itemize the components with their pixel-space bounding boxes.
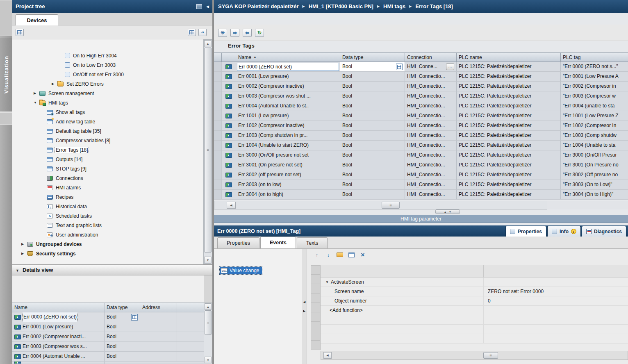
- expand-arrow-icon[interactable]: [34, 91, 37, 95]
- tree-item-error-tags[interactable]: Error Tags [18]: [12, 145, 203, 155]
- row-handle[interactable]: [214, 150, 222, 160]
- tag-connection[interactable]: HMI_Connectio...: [405, 101, 457, 111]
- header-plcname[interactable]: PLC name: [457, 53, 561, 61]
- tag-plcname[interactable]: PLC 1215C: Paletizér/depaletizer: [457, 72, 561, 81]
- scroll-left-icon[interactable]: [323, 352, 332, 359]
- tag-name[interactable]: Err 1004 (Unable to start ZERO): [236, 141, 340, 150]
- tag-row[interactable]: Err 3001 (On presure not set)BoolHMI_Con…: [214, 160, 628, 170]
- scroll-left-icon[interactable]: [227, 202, 236, 209]
- tag-plctag[interactable]: "Err 0001 (Low Presure A: [561, 72, 628, 81]
- tag-row[interactable]: Err 3003 (on to low)BoolHMI_Connectio...…: [214, 180, 628, 190]
- tag-plcname[interactable]: PLC 1215C: Paletizér/depaletizer: [457, 91, 561, 101]
- tree-item-scheduled-tasks[interactable]: Scheduled tasks: [12, 211, 203, 221]
- tag-row[interactable]: Err 0003 (Compresor wos shut ...BoolHMI_…: [214, 91, 628, 101]
- tag-plcname[interactable]: PLC 1215C: Paletizér/depaletizer: [457, 131, 561, 140]
- row-handle[interactable]: [214, 72, 222, 81]
- tag-plctag[interactable]: "Err 3001 (On Presure no: [561, 160, 628, 170]
- event-list-splitter[interactable]: [302, 249, 307, 364]
- header-datatype[interactable]: Data type: [340, 53, 405, 61]
- import-tags-icon[interactable]: ⬅: [243, 29, 252, 37]
- tag-plctag[interactable]: "Err 3002 (Off presure no: [561, 170, 628, 180]
- tree-item-screen-on-to-high[interactable]: On to High Err 3004: [12, 51, 203, 60]
- tag-plcname[interactable]: PLC 1215C: Paletizér/depaletizer: [457, 150, 561, 160]
- tag-name[interactable]: Err 0004 (Automat Unable to st..: [236, 101, 340, 111]
- row-handle[interactable]: [214, 131, 222, 140]
- tag-datatype[interactable]: Bool: [340, 91, 405, 101]
- move-down-icon[interactable]: [324, 251, 332, 259]
- tag-plctag[interactable]: "Err 3003 (On to Low)": [561, 180, 628, 189]
- synchronize-icon[interactable]: ↻: [255, 29, 264, 37]
- tag-plcname[interactable]: PLC 1215C: Paletizér/depaletizer: [457, 141, 561, 150]
- tree-item-add-new-tag-table[interactable]: Add new tag table: [12, 117, 203, 126]
- row-handle[interactable]: [214, 111, 222, 121]
- tag-connection[interactable]: HMI_Connectio...: [405, 190, 457, 199]
- tag-connection[interactable]: HMI_Connectio...: [405, 91, 457, 101]
- tag-plctag[interactable]: "Err 0004 (unable to sta: [561, 101, 628, 111]
- tree-item-hmi-alarms[interactable]: HMI alarms: [12, 183, 203, 192]
- tag-datatype[interactable]: Bool: [340, 150, 405, 160]
- tag-table-hscrollbar[interactable]: [214, 201, 547, 209]
- tag-plctag[interactable]: "Err 1004 (Unable to sta: [561, 141, 628, 150]
- tag-row[interactable]: Err 1002 (Compresor Inactive)BoolHMI_Con…: [214, 121, 628, 131]
- tag-plctag[interactable]: "Err 1001 (Low Presure Z: [561, 111, 628, 121]
- row-handle[interactable]: [214, 141, 222, 150]
- hscrollbar-thumb[interactable]: [382, 202, 400, 209]
- tag-datatype[interactable]: Bool: [340, 121, 405, 130]
- tag-datatype[interactable]: Bool: [340, 131, 405, 140]
- row-handle[interactable]: [214, 170, 222, 180]
- header-plctag[interactable]: PLC tag: [561, 53, 628, 61]
- collapse-arrow-icon[interactable]: [34, 101, 37, 105]
- tag-connection[interactable]: HMI_Connectio...: [405, 72, 457, 81]
- details-row[interactable]: Err 0001 (Low presure) Bool: [12, 322, 204, 332]
- details-col-datatype[interactable]: Data type: [105, 303, 140, 312]
- subtab-properties[interactable]: Properties: [217, 237, 259, 248]
- tag-connection[interactable]: HMI_Connectio...: [405, 111, 457, 121]
- hmi-tag-parameter-bar[interactable]: HMI tag parameter: [214, 215, 628, 223]
- details-row[interactable]: Err 0000 (ZERO not set) Bool: [12, 312, 204, 322]
- row-handle[interactable]: [214, 91, 222, 101]
- tree-item-screen-on-to-low[interactable]: On to Low Err 3003: [12, 60, 203, 70]
- splitter-right-icon[interactable]: [303, 309, 305, 313]
- tag-name[interactable]: Err 0003 (Compresor wos shut ...: [236, 91, 340, 101]
- delete-function-icon[interactable]: [359, 251, 367, 259]
- tag-datatype[interactable]: Bool: [340, 170, 405, 180]
- tag-plctag[interactable]: "Err 3000 (On/Off Presur: [561, 150, 628, 160]
- tree-item-default-tag-table[interactable]: Default tag table [35]: [12, 126, 203, 136]
- details-scrollbar[interactable]: [204, 303, 212, 364]
- tag-datatype[interactable]: Bool: [340, 82, 405, 91]
- tab-properties-right[interactable]: Properties: [505, 226, 546, 237]
- tag-name[interactable]: Err 3001 (On presure not set): [236, 160, 340, 170]
- task-card-top[interactable]: [0, 0, 12, 36]
- tag-plcname[interactable]: PLC 1215C: Paletizér/depaletizer: [457, 82, 561, 91]
- details-view-header[interactable]: Details view: [12, 264, 212, 275]
- tree-scrollbar-thumb[interactable]: [204, 48, 212, 253]
- float-panel-icon[interactable]: [196, 4, 202, 9]
- row-handle[interactable]: [214, 190, 222, 199]
- function-row[interactable]: ActivateScreen: [321, 278, 628, 287]
- tag-connection[interactable]: HMI_Connectio...: [405, 160, 457, 170]
- tag-datatype[interactable]: Bool: [340, 160, 405, 170]
- row-handle[interactable]: [214, 82, 222, 91]
- tag-name[interactable]: Err 1002 (Compresor Inactive): [236, 121, 340, 130]
- tag-datatype[interactable]: Bool: [340, 111, 405, 121]
- collapse-arrow-icon[interactable]: [325, 280, 329, 284]
- tag-name[interactable]: Err 3003 (on to low): [236, 180, 340, 189]
- splitter-left-icon[interactable]: [303, 300, 305, 304]
- collapse-panel-icon[interactable]: [206, 5, 209, 9]
- tag-row[interactable]: Err 1001 (Low presure)BoolHMI_Connectio.…: [214, 111, 628, 121]
- tag-connection[interactable]: HMI_Connectio...: [405, 150, 457, 160]
- scroll-down-icon[interactable]: [204, 257, 212, 264]
- breadcrumb-device[interactable]: HMI_1 [KTP400 Basic PN]: [309, 3, 373, 9]
- tag-row[interactable]: Err 3004 (on to high)BoolHMI_Connectio..…: [214, 190, 628, 200]
- row-handle[interactable]: [214, 121, 222, 130]
- tag-name[interactable]: Err 0002 (Compresor inactive): [236, 82, 340, 91]
- tag-name[interactable]: Err 1001 (Low presure): [236, 111, 340, 121]
- tag-plcname[interactable]: PLC 1215C: Paletizér/depaletizer: [457, 111, 561, 121]
- pane-collapse-handle[interactable]: [435, 209, 460, 214]
- hscrollbar-thumb[interactable]: [483, 352, 498, 359]
- expand-branch-icon[interactable]: [336, 251, 344, 259]
- tag-plctag[interactable]: "Err 1002 (Compresor In: [561, 121, 628, 130]
- row-handle[interactable]: [214, 160, 222, 170]
- task-card-visualization[interactable]: Visualization: [0, 38, 12, 111]
- param-row[interactable]: Screen name ZERO not set: Error 0000: [321, 287, 628, 296]
